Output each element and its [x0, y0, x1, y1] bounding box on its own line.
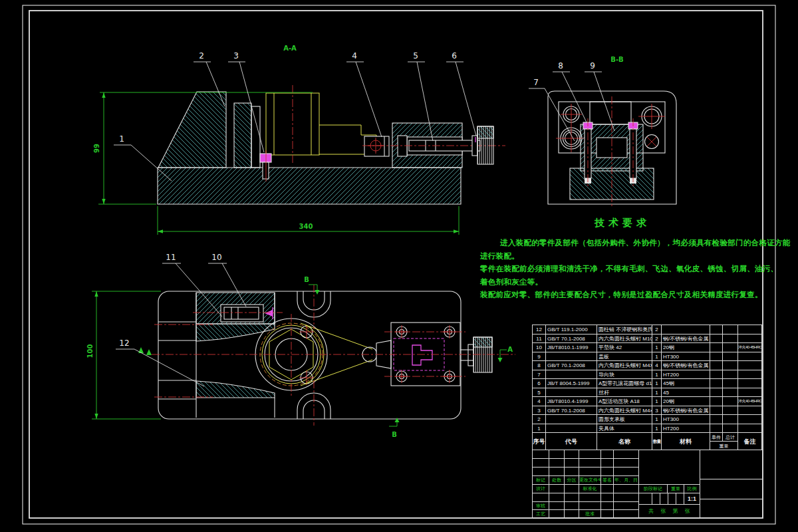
tech-req-line: 装配前应对零、部件的主要配合尺寸，特别是过盈配合尺寸及相关精度进行复查。 — [480, 289, 765, 302]
svg-text:3: 3 — [233, 51, 239, 61]
table-row: 6JB/T 8004.5-1999A型带孔滚花圆螺母 d10145钢 — [533, 378, 763, 388]
svg-text:11: 11 — [166, 253, 176, 262]
table-row: 11GB/T 70.1-2008内六角圆柱头螺钉 M10X552钢/不锈钢/有色… — [533, 334, 763, 343]
guide-strip — [251, 106, 260, 168]
horizontal-screw — [224, 307, 259, 319]
table-row: 1夹具体1HT200 — [533, 424, 763, 433]
balloon-4: 4 — [346, 51, 382, 137]
label-approve: 批准 — [579, 510, 601, 519]
table-row: 4JB/T8010.4-1999A型活动压块 A18120钢淬火40-45HRC — [533, 396, 763, 406]
drawing-number-cell — [700, 479, 762, 499]
section-label-aa: A-A — [283, 45, 297, 52]
svg-text:99: 99 — [93, 144, 100, 153]
section-mark-a-right: A — [498, 346, 513, 362]
section-mark-b-top: B — [304, 276, 319, 295]
svg-text:100: 100 — [86, 344, 94, 358]
svg-text:A: A — [507, 346, 513, 353]
table-row: 7导向块1HT200 — [533, 370, 763, 379]
cap-screw-left — [583, 118, 593, 188]
title-block-middle: 阶段标记 重量 比例 1:1 共 张 第 张 — [639, 450, 700, 519]
tech-req-line: 进入装配的零件及部件（包括外购件、外协件），均必须具有检验部门的合格证方能 — [480, 237, 765, 250]
view-section-b-b: B-B 7 8 9 — [529, 56, 676, 208]
tech-req-line: 着色剂和灰尘等。 — [480, 276, 765, 289]
label-date: 年、月、日 — [614, 476, 639, 485]
sheet-count: 共 张 第 张 — [639, 505, 700, 519]
table-row: 5丝杆145 — [533, 388, 763, 397]
label-standard: 标准化 — [579, 485, 601, 493]
svg-text:6: 6 — [452, 51, 457, 61]
svg-text:8: 8 — [558, 61, 563, 70]
label-mark: 标记 — [533, 476, 549, 485]
support-column — [234, 103, 251, 168]
label-stage: 阶段标记 — [639, 485, 668, 493]
svg-text:1: 1 — [119, 134, 124, 144]
datum-arrow-2 — [146, 349, 152, 355]
title-block: 标记 处数 分区 更改文件号 签名 年、月、日 设计 标准化 审核 工艺 批准 … — [532, 450, 763, 518]
section-mark-b-bottom: B — [389, 418, 400, 438]
rod-collar — [398, 136, 407, 156]
svg-text:5: 5 — [413, 51, 418, 61]
label-process: 工艺 — [533, 510, 549, 519]
svg-text:12: 12 — [119, 338, 129, 348]
view-section-a-a: A-A 99 340 1 2 — [93, 45, 505, 235]
svg-text:B: B — [304, 276, 309, 283]
drawing-name-cell — [700, 450, 762, 479]
svg-text:10: 10 — [211, 253, 221, 262]
socket-screw-body — [263, 162, 269, 179]
view-plan: 100 B B A 10 11 12 — [86, 253, 515, 438]
label-check: 审核 — [533, 502, 549, 510]
label-docno: 更改文件号 — [579, 476, 601, 485]
label-scale: 比例 — [684, 485, 700, 493]
socket-screw-head — [260, 154, 271, 162]
table-row: 12GB/T 119.1-2000圆柱销 不淬硬钢和奥氏体不锈钢 6X402 — [533, 325, 763, 334]
table-row: 8GB/T 70.1-2008内六角圆柱头螺钉 M4X404钢/不锈钢/有色金属 — [533, 360, 763, 370]
t-plug — [412, 345, 432, 365]
title-block-left: 标记 处数 分区 更改文件号 签名 年、月、日 设计 标准化 审核 工艺 批准 — [533, 450, 639, 519]
pusher-block — [364, 136, 389, 156]
svg-text:2: 2 — [199, 51, 204, 61]
label-sign: 签名 — [601, 476, 614, 485]
table-row: 2圆形支承板1HT300 — [533, 414, 763, 424]
balloon-8: 8 — [553, 61, 587, 122]
balloon-12: 12 — [116, 338, 204, 386]
table-row: 9盖板1HT300 — [533, 352, 763, 361]
parts-list-table: 12GB/T 119.1-2000圆柱销 不淬硬钢和奥氏体不锈钢 6X402 1… — [532, 325, 763, 450]
tech-req-title: 技术要求 — [480, 217, 765, 229]
balloon-9: 9 — [585, 61, 614, 131]
label-weight: 重量 — [668, 485, 684, 493]
base-plate — [158, 168, 461, 204]
table-row: 10JB/T8010.1-1999平垫块 42120钢淬火40-45HRC — [533, 342, 763, 352]
table-row: 3GB/T 70.1-2008内六角圆柱头螺钉 M4×123钢/不锈钢/有色金属 — [533, 406, 763, 415]
section-label-bb: B-B — [610, 56, 623, 63]
svg-text:4: 4 — [352, 51, 357, 61]
workpiece-v-bottom — [301, 360, 372, 386]
drawing-extra-cell — [700, 499, 762, 519]
label-zone: 分区 — [565, 476, 579, 485]
cad-drawing-canvas: A-A 99 340 1 2 — [0, 0, 798, 532]
balloon-7: 7 — [529, 78, 575, 141]
label-count: 处数 — [549, 476, 565, 485]
tech-req-line: 零件在装配前必须清理和清洗干净，不得有毛刺、飞边、氧化皮、锈蚀、切屑、油污、 — [480, 263, 765, 276]
datum-arrow-1 — [138, 347, 144, 353]
svg-text:B: B — [392, 431, 397, 438]
cam-wing-bottom — [196, 381, 275, 398]
plan-knob-hatch — [473, 337, 492, 347]
technical-requirements: 技术要求 进入装配的零件及部件（包括外购件、外协件），均必须具有检验部门的合格证… — [480, 217, 765, 302]
tech-req-line: 进行装配。 — [480, 250, 765, 263]
dim-front-length: 340 — [158, 206, 459, 235]
scale-value: 1:1 — [684, 493, 700, 505]
clamp-wedge — [158, 92, 226, 168]
plan-washer — [468, 344, 473, 366]
workpiece-outline — [266, 93, 376, 155]
workpiece-v-top — [301, 323, 372, 349]
table-header: 序号 代号 名称 数量 材料 单件 总计 备注 重量 — [533, 432, 763, 450]
svg-text:340: 340 — [299, 223, 313, 230]
jaw-notch — [590, 102, 631, 124]
cap-screw-right — [628, 118, 638, 188]
title-block-right — [700, 450, 762, 519]
svg-text:9: 9 — [590, 61, 595, 70]
svg-text:7: 7 — [533, 78, 539, 87]
label-design: 设计 — [533, 485, 549, 493]
slide-plate-screws — [395, 325, 456, 383]
knob-washer — [472, 136, 477, 156]
